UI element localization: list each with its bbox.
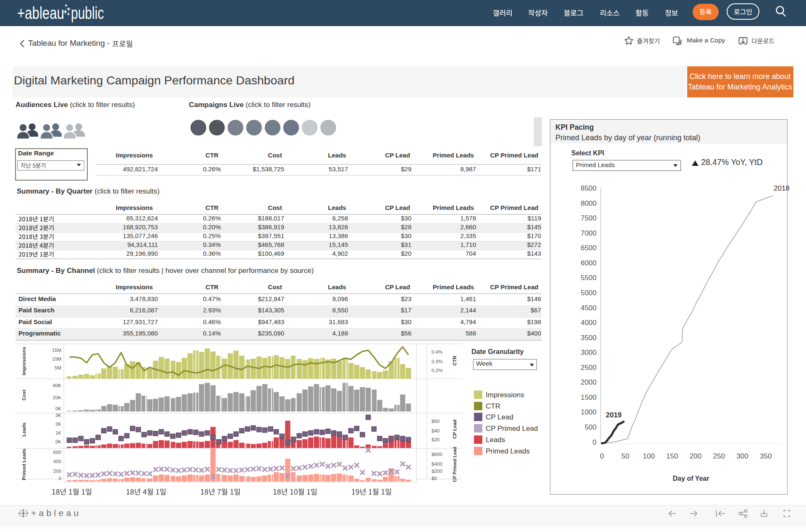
svg-text:CP Lead: CP Lead <box>452 419 457 439</box>
svg-text:Impressions: Impressions <box>21 347 26 375</box>
svg-text:CTR: CTR <box>452 355 457 365</box>
svg-text:CP Primed Lead: CP Primed Lead <box>452 447 457 482</box>
svg-text:Leads: Leads <box>21 422 26 436</box>
svg-text:Cost: Cost <box>21 390 26 401</box>
svg-text:Primed Leads: Primed Leads <box>21 448 26 480</box>
